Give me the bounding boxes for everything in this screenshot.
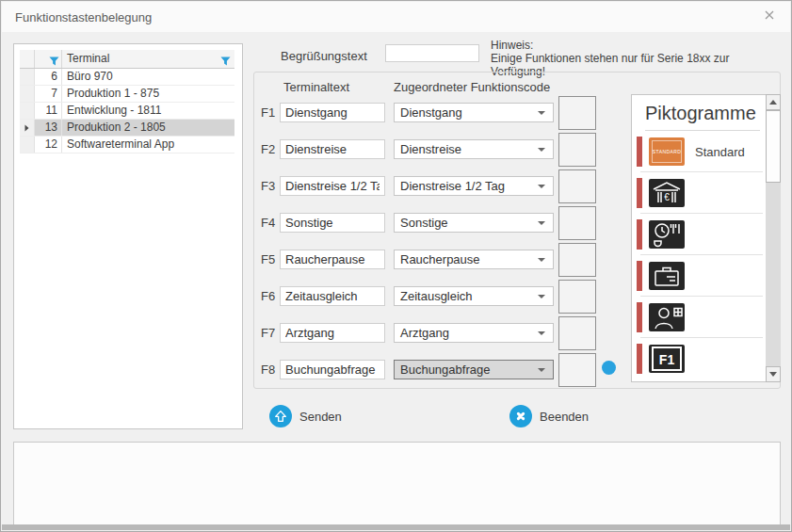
send-arrow-icon [269, 405, 292, 427]
chevron-down-icon [538, 111, 545, 115]
red-bar [637, 302, 642, 332]
bank-icon: € [649, 179, 685, 207]
break-meal-icon [649, 220, 685, 249]
terminal-name: Produktion 2 - 1805 [62, 120, 234, 136]
fkey-label: F8 [261, 363, 275, 377]
terminal-name: Entwicklung - 1811 [62, 103, 234, 119]
fkey-label: F7 [261, 326, 275, 340]
funktionscode-column-header: Zugeordneter Funktionscode [394, 80, 550, 94]
pictogram-item-f1[interactable]: F1 [632, 338, 766, 379]
terminal-row[interactable]: 11 Entwicklung - 1811 [20, 103, 234, 120]
chevron-down-icon [538, 368, 545, 372]
svg-text:€: € [664, 192, 670, 202]
pictogram-slot-f6[interactable] [558, 280, 596, 314]
pictogram-slot-f3[interactable] [558, 169, 596, 203]
row-indicator-icon [24, 124, 29, 132]
status-dot [602, 361, 616, 375]
terminal-row[interactable]: 12 Softwareterminal App [20, 137, 234, 153]
funktionscode-select-f6[interactable]: Zeitausgleich [394, 286, 554, 306]
terminal-id: 11 [35, 103, 62, 119]
function-key-row-f1: F1 Dienstgang [253, 103, 639, 122]
greeting-label: Begrüßungstext [281, 49, 367, 63]
arrow-up-icon [769, 100, 777, 105]
fkey-label: F3 [261, 179, 275, 193]
terminaltext-input-f3[interactable] [280, 176, 385, 196]
pictogram-item-person[interactable] [632, 297, 766, 338]
svg-text:F1: F1 [659, 352, 675, 367]
chevron-down-icon [538, 295, 545, 298]
arrow-down-icon [769, 372, 777, 377]
hint-title: Hinweis: [491, 39, 778, 52]
terminal-column-header: Terminal [67, 52, 109, 65]
scroll-down-button[interactable] [766, 366, 781, 382]
terminal-id: 12 [35, 137, 62, 153]
titlebar: Funktionstastenbelegung [2, 2, 790, 32]
close-button[interactable] [760, 8, 779, 27]
function-key-row-f2: F2 Dienstreise [253, 139, 639, 159]
terminal-name: Büro 970 [62, 69, 234, 85]
header-id-cell [35, 50, 62, 68]
pictogram-scrollbar[interactable] [766, 94, 781, 382]
terminal-id: 13 [35, 120, 62, 136]
briefcase-icon [649, 262, 685, 290]
window-bottom-edge [2, 524, 790, 530]
send-button[interactable]: Senden [269, 405, 342, 427]
terminal-row[interactable]: 7 Produktion 1 - 875 [20, 86, 234, 103]
greeting-input[interactable] [385, 44, 479, 62]
funktionscode-select-f1[interactable]: Dienstgang [394, 103, 554, 122]
quit-button[interactable]: Beenden [509, 405, 589, 427]
chevron-down-icon [538, 148, 545, 152]
funktionscode-select-f7[interactable]: Arztgang [394, 323, 554, 343]
funktionscode-select-f3[interactable]: Dienstreise 1/2 Tag [394, 176, 554, 196]
terminal-row-selected[interactable]: 13 Produktion 2 - 1805 [20, 120, 234, 137]
terminaltext-input-f2[interactable] [280, 139, 385, 159]
funktionscode-select-f8-highlighted[interactable]: Buchungabfrage [394, 360, 554, 379]
terminaltext-input-f7[interactable] [280, 323, 385, 343]
person-badge-icon [649, 303, 685, 331]
header-terminal-cell[interactable]: Terminal [62, 50, 234, 68]
funktionscode-select-f5[interactable]: Raucherpause [394, 250, 554, 269]
terminal-grid: Terminal 6 Büro 970 7 Produktion 1 - 875… [20, 50, 234, 153]
terminal-name: Produktion 1 - 875 [62, 86, 234, 102]
function-key-row-f8: F8 Buchungabfrage [253, 360, 639, 379]
close-icon [763, 8, 776, 22]
pictogram-slot-f1[interactable] [558, 96, 596, 130]
pictogram-slot-f5[interactable] [558, 243, 596, 277]
pictogram-slot-f8[interactable] [558, 353, 596, 387]
red-bar [637, 137, 642, 167]
red-bar [637, 261, 642, 291]
terminaltext-input-f4[interactable] [280, 213, 385, 233]
pictogram-item-standard[interactable]: STANDARD Standard [632, 131, 766, 172]
message-log-panel [13, 442, 781, 526]
funktionscode-select-f2[interactable]: Dienstreise [394, 139, 554, 159]
function-key-row-f6: F6 Zeitausgleich [253, 286, 639, 306]
fkey-label: F4 [261, 216, 275, 230]
function-key-row-f5: F5 Raucherpause [253, 250, 639, 269]
pictogram-slot-f7[interactable] [558, 316, 596, 350]
red-bar [637, 178, 642, 208]
terminal-row[interactable]: 6 Büro 970 [20, 69, 234, 86]
function-key-row-f3: F3 Dienstreise 1/2 Tag [253, 176, 639, 196]
pictogram-slot-f4[interactable] [558, 206, 596, 240]
pictogram-slot-f2[interactable] [558, 133, 596, 167]
pictogram-item-briefcase[interactable] [632, 255, 766, 297]
chevron-down-icon [538, 185, 545, 188]
header-indicator-cell [20, 50, 35, 68]
scrollbar-thumb[interactable] [766, 110, 781, 183]
funktionscode-select-f4[interactable]: Sonstige [394, 213, 554, 233]
fkey-label: F1 [261, 105, 275, 120]
chevron-down-icon [538, 258, 545, 262]
terminaltext-input-f1[interactable] [280, 103, 385, 122]
terminaltext-input-f5[interactable] [280, 250, 385, 269]
pictogram-item-bank[interactable]: € [632, 172, 766, 214]
function-key-row-f4: F4 Sonstige [253, 213, 639, 233]
terminaltext-input-f8[interactable] [280, 360, 385, 379]
terminal-list-panel: Terminal 6 Büro 970 7 Produktion 1 - 875… [13, 43, 243, 429]
terminal-name: Softwareterminal App [62, 137, 234, 153]
terminaltext-column-header: Terminaltext [283, 80, 349, 94]
red-bar [637, 344, 642, 374]
chevron-down-icon [538, 221, 545, 225]
terminaltext-input-f6[interactable] [280, 286, 385, 306]
scroll-up-button[interactable] [766, 94, 781, 110]
pictogram-item-break[interactable] [632, 214, 766, 255]
